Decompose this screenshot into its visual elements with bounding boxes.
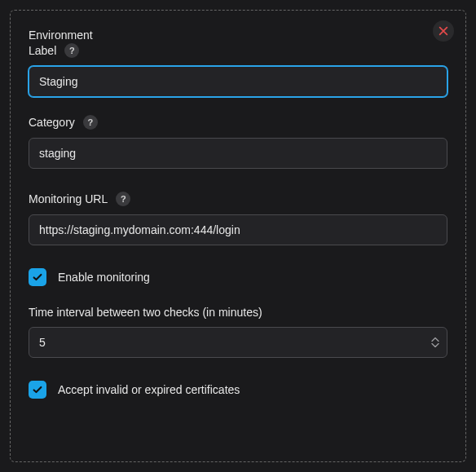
label-input[interactable]: [29, 66, 447, 97]
accept-invalid-cert-checkbox[interactable]: [29, 381, 46, 399]
close-icon: [438, 25, 449, 37]
enable-monitoring-label: Enable monitoring: [58, 271, 150, 284]
check-icon: [32, 271, 43, 283]
field-monitoring-url-block: Monitoring URL ?: [29, 192, 447, 245]
accept-invalid-cert-label: Accept invalid or expired certificates: [58, 383, 240, 396]
monitoring-url-field-label: Monitoring URL: [29, 192, 108, 205]
help-icon[interactable]: ?: [116, 192, 130, 206]
interval-value: 5: [39, 336, 46, 349]
enable-monitoring-row: Enable monitoring: [29, 268, 447, 286]
monitoring-url-input[interactable]: [29, 214, 447, 245]
check-icon: [32, 384, 43, 395]
help-icon[interactable]: ?: [64, 43, 79, 58]
interval-stepper[interactable]: 5: [29, 327, 447, 358]
category-field-label: Category: [29, 116, 75, 129]
accept-invalid-cert-row: Accept invalid or expired certificates: [29, 381, 447, 399]
interval-field-label: Time interval between two checks (in min…: [29, 306, 262, 319]
field-interval-block: Time interval between two checks (in min…: [29, 306, 447, 358]
close-button[interactable]: [433, 20, 454, 42]
category-input[interactable]: [29, 138, 447, 169]
panel-title: Environment: [29, 29, 447, 42]
field-category-block: Category ?: [29, 115, 447, 169]
field-label-block: Label ?: [29, 43, 447, 97]
label-field-label: Label: [29, 44, 56, 57]
enable-monitoring-checkbox[interactable]: [29, 268, 46, 286]
help-icon[interactable]: ?: [83, 115, 98, 130]
environment-panel: Environment Label ? Category ? Monitorin…: [10, 10, 466, 462]
